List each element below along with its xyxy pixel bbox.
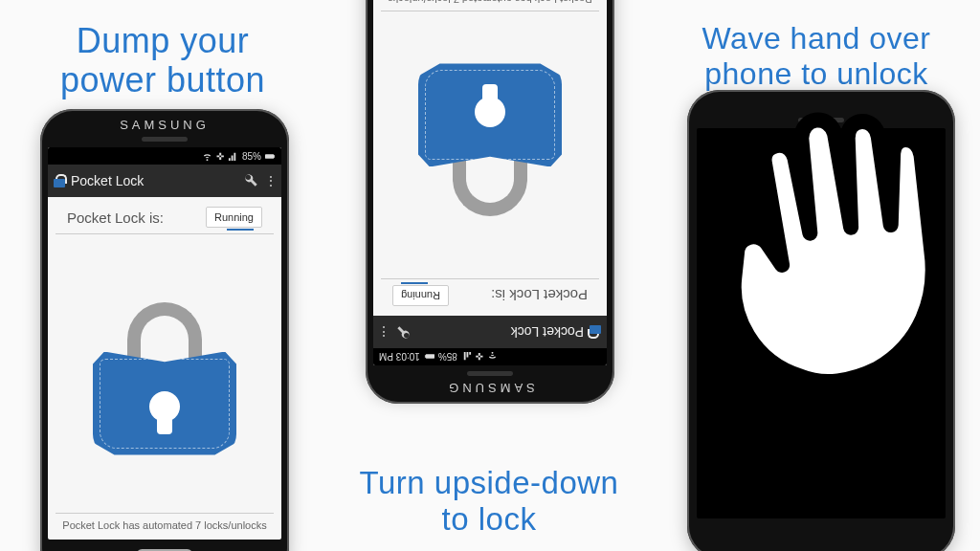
status-label: Pocket Lock is: xyxy=(67,209,164,226)
battery-icon xyxy=(424,352,434,363)
automation-count-text: Pocket Lock has automated 7 locks/unlock… xyxy=(56,513,274,540)
automation-count-text: Pocket Lock has automated 7 locks/unlock… xyxy=(381,0,599,11)
device-mock: SAMSUNG ✜ 85% 10:03 PM Pocket Lock xyxy=(40,109,289,551)
panel-caption: Dump your power button xyxy=(0,21,325,100)
wifi-icon xyxy=(202,151,212,162)
status-toggle[interactable]: Running xyxy=(206,207,262,228)
device-speaker xyxy=(467,371,513,376)
svg-rect-0 xyxy=(265,154,274,159)
device-speaker xyxy=(142,137,188,142)
settings-wrench-icon[interactable] xyxy=(243,172,258,190)
status-toggle[interactable]: Running xyxy=(392,285,449,306)
battery-percent: 85% xyxy=(438,352,457,363)
signal-icon xyxy=(228,151,238,162)
panel-caption: Turn upside-down to lock xyxy=(325,465,653,538)
status-row: Pocket Lock is: Running xyxy=(381,278,599,316)
overflow-menu-icon[interactable]: ⋮ xyxy=(264,173,276,188)
device-screen: ✜ 85% 10:03 PM Pocket Lock ⋮ Pocke xyxy=(373,0,607,365)
wifi-icon xyxy=(487,352,498,363)
status-bar: ✜ 85% 10:03 PM xyxy=(48,147,281,165)
clock-text: 10:03 PM xyxy=(379,352,420,363)
app-title: Pocket Lock xyxy=(71,173,237,188)
action-bar: Pocket Lock ⋮ xyxy=(373,316,607,348)
device-screen: ✜ 85% 10:03 PM Pocket Lock ⋮ Pocke xyxy=(48,147,281,540)
status-label: Pocket Lock is: xyxy=(491,288,588,304)
app-lock-icon xyxy=(590,325,601,339)
settings-wrench-icon[interactable] xyxy=(396,323,412,342)
app-lock-icon xyxy=(54,174,65,187)
action-bar: Pocket Lock ⋮ xyxy=(48,165,281,197)
device-brand: SAMSUNG xyxy=(40,109,289,137)
svg-rect-2 xyxy=(426,355,434,360)
promo-panel-dump-power: Dump your power button SAMSUNG ✜ 85% 10:… xyxy=(0,0,325,551)
svg-rect-3 xyxy=(425,356,426,359)
gps-icon: ✜ xyxy=(476,352,483,363)
svg-rect-1 xyxy=(274,155,275,158)
battery-icon xyxy=(265,151,276,162)
device-brand: SAMSUNG xyxy=(366,376,614,404)
device-mock-flipped: SAMSUNG ✜ 85% 10:03 PM Pocket Lock xyxy=(366,0,614,404)
lock-illustration xyxy=(373,11,607,278)
lock-illustration xyxy=(48,234,281,513)
battery-percent: 85% xyxy=(242,151,261,162)
signal-icon xyxy=(461,352,472,363)
app-title: Pocket Lock xyxy=(417,324,584,340)
overflow-menu-icon[interactable]: ⋮ xyxy=(379,324,390,340)
promo-panel-wave: Wave hand over phone to unlock SAMSUNG xyxy=(653,0,980,551)
promo-panel-upside-down: SAMSUNG ✜ 85% 10:03 PM Pocket Lock xyxy=(325,0,653,551)
gps-icon: ✜ xyxy=(216,151,224,162)
wave-hand-icon xyxy=(679,60,980,406)
status-bar: ✜ 85% 10:03 PM xyxy=(373,348,607,365)
status-row: Pocket Lock is: Running xyxy=(56,197,274,234)
